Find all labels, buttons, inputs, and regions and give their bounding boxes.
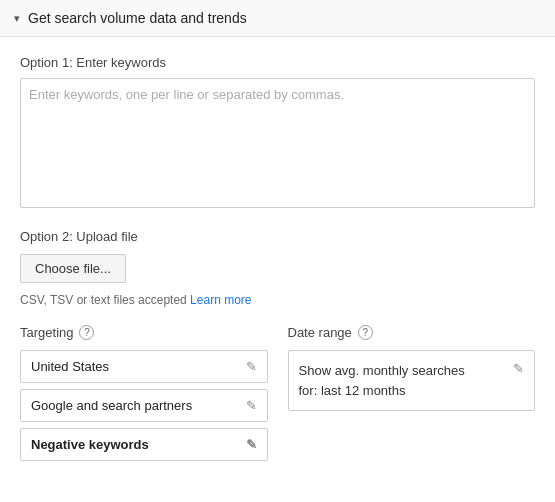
date-range-help-icon[interactable]: ?	[358, 325, 373, 340]
option2-label: Option 2: Upload file	[20, 229, 535, 244]
targeting-network-edit-icon[interactable]: ✎	[246, 398, 257, 413]
file-hint-text: CSV, TSV or text files accepted	[20, 293, 187, 307]
bottom-section: Targeting ? United States ✎ Google and s…	[20, 325, 535, 477]
learn-more-link[interactable]: Learn more	[190, 293, 251, 307]
targeting-item-negative-keywords[interactable]: Negative keywords ✎	[20, 428, 268, 461]
targeting-negative-keywords-edit-icon[interactable]: ✎	[246, 437, 257, 452]
date-range-label: Date range	[288, 325, 352, 340]
panel-body: Option 1: Enter keywords Option 2: Uploa…	[0, 37, 555, 493]
option1-label: Option 1: Enter keywords	[20, 55, 535, 70]
keywords-textarea[interactable]	[20, 78, 535, 208]
date-range-header: Date range ?	[288, 325, 536, 340]
date-range-text: Show avg. monthly searches for: last 12 …	[299, 361, 465, 400]
targeting-header: Targeting ?	[20, 325, 268, 340]
targeting-column: Targeting ? United States ✎ Google and s…	[20, 325, 268, 467]
panel-header[interactable]: ▾ Get search volume data and trends	[0, 0, 555, 37]
date-range-column: Date range ? Show avg. monthly searches …	[288, 325, 536, 467]
targeting-network-text: Google and search partners	[31, 398, 192, 413]
file-hint: CSV, TSV or text files accepted Learn mo…	[20, 293, 535, 307]
date-range-line1: Show avg. monthly searches	[299, 363, 465, 378]
date-range-edit-icon[interactable]: ✎	[513, 361, 524, 376]
panel-title: Get search volume data and trends	[28, 10, 247, 26]
date-range-box[interactable]: Show avg. monthly searches for: last 12 …	[288, 350, 536, 411]
targeting-negative-keywords-text: Negative keywords	[31, 437, 149, 452]
choose-file-button[interactable]: Choose file...	[20, 254, 126, 283]
targeting-country-text: United States	[31, 359, 109, 374]
targeting-label: Targeting	[20, 325, 73, 340]
targeting-country-edit-icon[interactable]: ✎	[246, 359, 257, 374]
targeting-item-network[interactable]: Google and search partners ✎	[20, 389, 268, 422]
collapse-arrow-icon: ▾	[14, 12, 20, 25]
targeting-item-country[interactable]: United States ✎	[20, 350, 268, 383]
targeting-help-icon[interactable]: ?	[79, 325, 94, 340]
date-range-line2: for: last 12 months	[299, 383, 406, 398]
